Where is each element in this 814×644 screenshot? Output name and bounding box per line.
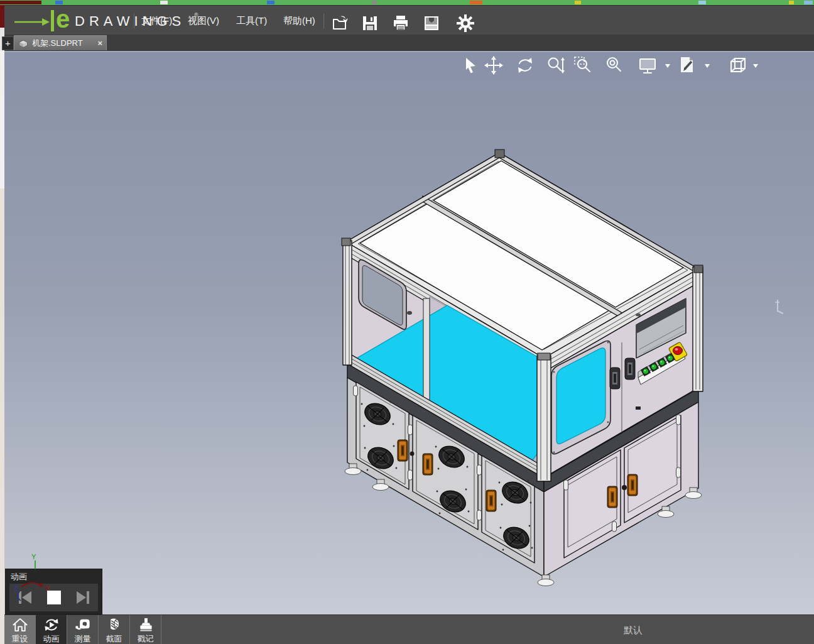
pan-icon[interactable] (484, 55, 504, 75)
animation-panel: 动画 (5, 569, 102, 614)
stamp-icon (137, 617, 155, 633)
zoom-icon[interactable] (546, 55, 566, 75)
stamp-button[interactable]: 戳记 (130, 615, 161, 644)
desktop-left-edge (0, 5, 4, 644)
desktop-icon (698, 1, 706, 4)
configuration-status: 默认 (624, 625, 643, 636)
separator (323, 13, 324, 28)
separator (134, 13, 134, 28)
next-frame-icon[interactable] (73, 589, 93, 606)
home-icon (11, 617, 29, 633)
section-label: 截面 (106, 633, 122, 644)
title-menu-bar: e DRAWINGS ® 文件(F) 视图(V) 工具(T) 帮助(H) (4, 5, 814, 35)
animation-button[interactable]: 动画 (36, 615, 67, 644)
reset-label: 重设 (12, 633, 28, 644)
menu-file[interactable]: 文件(F) (138, 6, 176, 35)
part-file-icon (18, 39, 28, 48)
section-cut-icon (106, 617, 123, 633)
previous-frame-icon[interactable] (15, 589, 35, 606)
menu-view[interactable]: 视图(V) (184, 6, 223, 35)
menu-help[interactable]: 帮助(H) (279, 6, 319, 35)
desktop-icon (55, 1, 63, 4)
section-button[interactable]: 截面 (99, 615, 130, 644)
measure-tape-icon (74, 617, 92, 633)
desktop-icon (372, 1, 377, 4)
animation-panel-title: 动画 (6, 569, 102, 582)
markup-icon[interactable] (677, 55, 697, 75)
desktop-icon (0, 1, 41, 4)
desktop-icon (160, 1, 168, 4)
logo-e: e (56, 8, 70, 30)
rotate-icon[interactable] (515, 55, 535, 75)
markup-dropdown-caret-icon[interactable] (704, 63, 710, 68)
fullscreen-monitor-icon[interactable] (638, 55, 658, 75)
model-viewport-canvas[interactable] (4, 50, 814, 614)
desktop-icon (804, 1, 813, 4)
fullscreen-dropdown-caret-icon[interactable] (665, 63, 671, 68)
new-tab-button[interactable]: + (2, 36, 14, 50)
stop-icon[interactable] (46, 589, 62, 606)
settings-gear-icon[interactable] (456, 14, 475, 33)
zoom-fit-icon[interactable] (604, 55, 624, 75)
desktop-icon (470, 1, 482, 4)
zoom-area-icon[interactable] (573, 55, 593, 75)
desktop-icon (575, 1, 581, 4)
select-cursor-icon[interactable] (460, 55, 480, 75)
animation-controls (9, 584, 98, 611)
desktop-background (0, 0, 814, 5)
measure-button[interactable]: 测量 (67, 615, 99, 644)
open-icon[interactable] (332, 14, 350, 33)
print-icon[interactable] (391, 14, 410, 33)
publish-3d-icon[interactable] (422, 14, 441, 33)
animation-loop-icon (43, 617, 60, 633)
animation-label: 动画 (43, 633, 60, 644)
bottom-toolbar: 重设 动画 测量 截面 (4, 614, 814, 644)
desktop-icon (267, 1, 274, 4)
tab-close-icon[interactable]: × (97, 38, 102, 48)
save-icon[interactable] (361, 14, 379, 33)
measure-label: 测量 (75, 633, 91, 644)
stamp-label: 戳记 (138, 633, 154, 644)
menu-tools[interactable]: 工具(T) (232, 6, 271, 35)
tab-active-part[interactable]: 机架.SLDPRT × (14, 35, 107, 50)
cube-dropdown-caret-icon[interactable] (752, 63, 759, 68)
edrawings-logo: e DRAWINGS ® (13, 9, 136, 32)
reset-button[interactable]: 重设 (4, 615, 36, 644)
tab-bar: + 机架.SLDPRT × (4, 35, 814, 51)
tab-label: 机架.SLDPRT (32, 38, 94, 49)
desktop-icon (789, 1, 794, 4)
view-orientation-cube-icon[interactable] (728, 55, 748, 75)
